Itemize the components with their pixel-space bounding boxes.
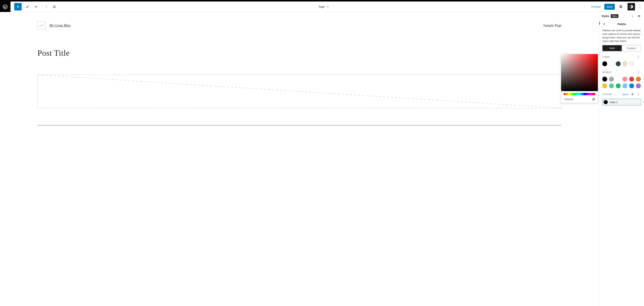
svg-point-19 [638, 94, 639, 95]
color-swatch[interactable] [602, 61, 607, 66]
redo-icon [44, 5, 48, 9]
list-view-button[interactable] [51, 3, 58, 10]
svg-point-18 [638, 93, 639, 94]
color-swatch[interactable] [629, 84, 634, 88]
custom-actions: Done [622, 92, 641, 97]
svg-point-13 [638, 57, 639, 57]
theme-colors-section: Theme [599, 54, 644, 70]
dots-vertical-icon [632, 14, 633, 18]
callout-marker-1: 1 [599, 21, 600, 26]
styles-sidebar: Styles Beta 1 Palette Palettes are used … [599, 12, 644, 306]
default-colors-section: Default [599, 70, 644, 92]
hue-slider-handle[interactable] [563, 93, 566, 96]
svg-point-15 [638, 71, 639, 72]
color-swatch[interactable] [616, 77, 621, 82]
default-swatch-row [602, 77, 641, 88]
default-label: Default [602, 71, 612, 73]
gear-icon [619, 5, 623, 9]
svg-point-7 [594, 98, 595, 99]
svg-point-3 [640, 5, 640, 6]
preview-button[interactable]: Preview [589, 4, 603, 10]
redo-button[interactable] [42, 3, 49, 10]
more-options-button[interactable] [637, 4, 642, 9]
image-block-placeholder[interactable] [38, 75, 562, 108]
color-input-row: #000000 [561, 97, 598, 103]
color-format-toggle[interactable] [592, 98, 595, 100]
color-swatch[interactable] [622, 77, 627, 82]
topbar-left [0, 2, 59, 12]
svg-point-17 [638, 73, 639, 74]
sidebar-more-button[interactable] [630, 14, 635, 19]
custom-colors-section: Custom Done [599, 92, 644, 109]
document-title[interactable]: Page [59, 5, 589, 8]
post-title[interactable]: Post Title [38, 48, 566, 58]
color-swatch[interactable] [616, 84, 621, 88]
plus-icon [16, 5, 20, 9]
theme-label: Theme [602, 56, 610, 58]
dots-vertical-icon [638, 55, 639, 58]
toggle-solid[interactable]: Solid [602, 45, 622, 51]
editor-topbar: Page Preview Save [0, 2, 644, 12]
color-swatch[interactable] [602, 77, 607, 82]
sidebar-close-button[interactable] [636, 14, 642, 19]
chevron-left-icon [603, 23, 605, 26]
color-swatch[interactable] [629, 61, 634, 66]
theme-more-button[interactable] [636, 54, 641, 60]
settings-button[interactable] [617, 3, 624, 10]
site-title[interactable]: My Great Blog [49, 24, 70, 28]
edit-tool-button[interactable] [24, 3, 32, 10]
color-swatch[interactable] [636, 77, 641, 82]
custom-done-button[interactable]: Done [622, 93, 629, 96]
color-swatch[interactable] [609, 84, 614, 88]
color-area-handle[interactable] [561, 90, 562, 92]
styles-button[interactable] [628, 3, 635, 10]
panel-nav: 1 Palette [599, 20, 644, 28]
section-head-default: Default [602, 70, 641, 75]
editor-canvas[interactable]: My Great Blog Sample Page Post Title #00… [0, 12, 599, 306]
default-more-button[interactable] [636, 70, 641, 75]
dots-vertical-icon [638, 71, 639, 74]
svg-point-1 [620, 6, 621, 7]
color-saturation-area[interactable] [561, 54, 598, 91]
custom-color-name-input[interactable] [610, 101, 641, 104]
toggle-gradient[interactable]: Gradient [622, 45, 641, 51]
solid-gradient-toggle: Solid Gradient [602, 45, 641, 51]
hue-slider[interactable] [564, 93, 596, 95]
color-swatch[interactable] [622, 61, 627, 66]
undo-button[interactable] [33, 3, 40, 10]
custom-color-remove-button[interactable] [643, 100, 644, 105]
panel-back-button[interactable] [602, 22, 607, 27]
custom-label: Custom [602, 93, 612, 96]
save-button[interactable]: Save [604, 4, 615, 10]
site-brand: My Great Blog [38, 21, 70, 30]
color-swatch[interactable] [609, 77, 614, 82]
hex-value[interactable]: #000000 [564, 98, 573, 101]
nav-link-sample-page[interactable]: Sample Page [543, 24, 562, 28]
pencil-icon [26, 5, 30, 9]
chevron-down-icon [326, 5, 330, 8]
site-logo-placeholder[interactable] [38, 21, 46, 30]
add-block-button[interactable] [14, 3, 22, 10]
custom-color-item[interactable] [602, 99, 641, 106]
site-header-block: My Great Blog Sample Page [34, 21, 566, 30]
color-swatch[interactable] [609, 61, 614, 66]
custom-color-swatch[interactable] [604, 100, 608, 104]
sliders-icon [592, 98, 595, 100]
document-type-label: Page [319, 5, 325, 8]
color-swatch[interactable] [636, 84, 641, 88]
section-head-theme: Theme [602, 54, 641, 60]
color-swatch[interactable] [616, 61, 621, 66]
theme-swatch-row [602, 61, 641, 66]
color-swatch[interactable] [622, 84, 627, 88]
dots-vertical-icon [640, 5, 640, 8]
contrast-icon [629, 5, 633, 9]
custom-more-button[interactable] [636, 92, 641, 97]
custom-add-button[interactable] [630, 92, 635, 97]
svg-point-12 [638, 56, 639, 56]
close-icon [638, 15, 640, 18]
color-swatch[interactable] [629, 77, 634, 82]
undo-icon [34, 5, 39, 9]
svg-point-16 [638, 72, 639, 72]
color-swatch[interactable] [602, 84, 607, 88]
wordpress-logo[interactable] [0, 2, 10, 12]
